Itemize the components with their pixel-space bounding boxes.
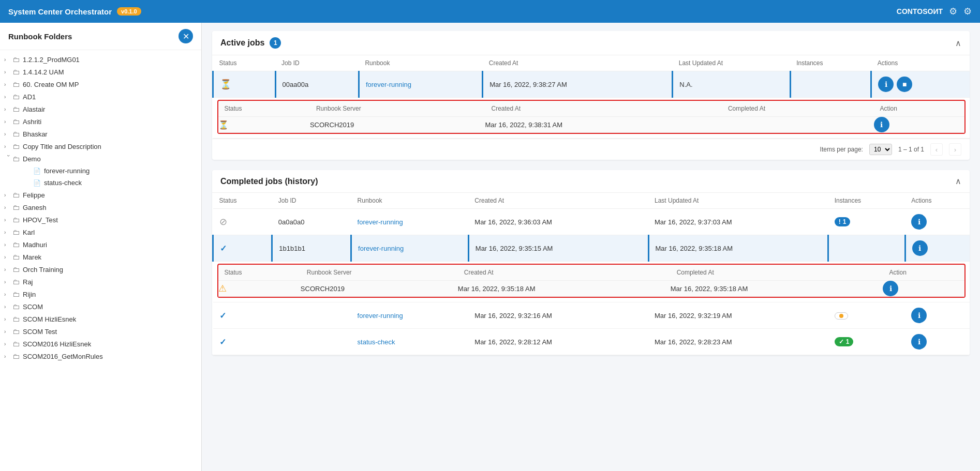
info-button[interactable]: ℹ	[911, 334, 927, 350]
sidebar-item-scom[interactable]: › 🗀 SCOM	[0, 300, 201, 313]
inner-table-wrapper: Status Runbook Server Created At Complet…	[217, 100, 966, 134]
sidebar-item-ad1[interactable]: › 🗀 AD1	[0, 90, 201, 103]
info-button[interactable]: ℹ	[911, 308, 927, 323]
pagination-next-button[interactable]: ›	[949, 143, 961, 156]
sidebar-item-createommp[interactable]: › 🗀 60. Create OM MP	[0, 78, 201, 90]
folder-icon: 🗀	[12, 315, 20, 323]
sidebar-item-status-check[interactable]: › 📄 status-check	[0, 177, 201, 189]
runbook-cell: forever-running	[359, 71, 482, 98]
sidebar-item-label: Alastair	[23, 105, 45, 113]
sidebar-item-rijin[interactable]: › 🗀 Rijin	[0, 288, 201, 300]
completed-jobs-title: Completed jobs (history)	[220, 177, 318, 186]
info-button[interactable]: ℹ	[912, 240, 928, 256]
active-jobs-header-row: Status Job ID Runbook Created At Last Up…	[213, 55, 970, 71]
completed-jobs-collapse-button[interactable]: ∧	[955, 176, 961, 186]
folder-icon: 🗀	[12, 55, 20, 64]
sidebar-item-uam[interactable]: › 🗀 1.4.14.2 UAM	[0, 66, 201, 78]
col-actions: Actions	[871, 55, 970, 71]
folder-icon: 🗀	[12, 290, 20, 298]
instances-cell	[828, 302, 905, 329]
sidebar-item-label: Felippe	[23, 191, 45, 199]
info-button[interactable]: ℹ	[911, 214, 927, 230]
settings-icon[interactable]: ⚙	[949, 6, 957, 17]
active-jobs-table: Status Job ID Runbook Created At Last Up…	[212, 55, 970, 139]
actions-cell: ℹ ■	[871, 71, 970, 98]
actions-cell: ℹ	[905, 235, 970, 262]
inner-thead: Status Runbook Server Created At Complet…	[218, 265, 965, 281]
sidebar-item-raj[interactable]: › 🗀 Raj	[0, 276, 201, 288]
active-jobs-tbody: ⏳ 00aa00a forever-running Mar 16, 2022, …	[213, 71, 970, 139]
hourglass-icon: ⏳	[220, 79, 231, 89]
runbook-link[interactable]: status-check	[358, 338, 395, 346]
sidebar-item-madhuri[interactable]: › 🗀 Madhuri	[0, 238, 201, 251]
active-jobs-collapse-button[interactable]: ∧	[955, 38, 961, 48]
app-title: System Center Orchestrator	[8, 7, 112, 16]
inner-col-created-at: Created At	[485, 101, 721, 117]
pagination-prev-button[interactable]: ‹	[930, 143, 943, 156]
table-row: ⊘ 0a0a0a0 forever-running Mar 16, 2022, …	[213, 209, 970, 235]
sidebar-item-label: Copy Title and Description	[23, 143, 101, 150]
last-updated-cell: N.A.	[673, 71, 790, 98]
inner-info-button[interactable]: ℹ	[883, 281, 898, 296]
inner-section-cell: Status Runbook Server Created At Complet…	[213, 262, 970, 302]
runbook-link[interactable]: forever-running	[358, 218, 403, 226]
runbook-link[interactable]: forever-running	[358, 312, 403, 320]
sidebar-item-marek[interactable]: › 🗀 Marek	[0, 251, 201, 263]
sidebar-item-alastair[interactable]: › 🗀 Alastair	[0, 103, 201, 115]
sidebar-item-orchtraining[interactable]: › 🗀 Orch Training	[0, 263, 201, 276]
info-button[interactable]: ℹ	[878, 77, 894, 92]
sidebar-item-prodmg01[interactable]: › 🗀 1.2.1.2_ProdMG01	[0, 53, 201, 66]
runbook-cell: forever-running	[351, 235, 469, 262]
inner-col-completed-at: Completed At	[722, 101, 874, 117]
sidebar-item-demo[interactable]: › 🗀 Demo	[0, 153, 201, 165]
table-row: ✓ status-check Mar 16, 2022, 9:28:12 AM …	[213, 329, 970, 355]
sidebar-close-button[interactable]: ✕	[179, 29, 193, 43]
active-jobs-card: Active jobs 1 ∧ Status Job ID Runbook Cr…	[212, 31, 970, 160]
status-cell: ✓	[213, 235, 272, 262]
sidebar-item-label: Ganesh	[23, 204, 47, 211]
inner-col-action: Action	[883, 265, 964, 281]
arrow-icon: ›	[4, 217, 12, 223]
sidebar-item-label: Bhaskar	[23, 130, 48, 138]
sidebar-item-scomhizli[interactable]: › 🗀 SCOM HizliEsnek	[0, 313, 201, 325]
created-at-cell: Mar 16, 2022, 9:32:16 AM	[468, 302, 648, 329]
runbook-link[interactable]: forever-running	[358, 245, 404, 252]
sidebar-header: Runbook Folders ✕	[0, 23, 201, 50]
user-icon[interactable]: ⚙	[963, 6, 972, 17]
sidebar-item-ashriti[interactable]: › 🗀 Ashriti	[0, 115, 201, 128]
folder-icon: 🗀	[12, 340, 20, 348]
active-jobs-thead: Status Job ID Runbook Created At Last Up…	[213, 55, 970, 71]
folder-icon: 🗀	[12, 278, 20, 286]
sidebar-item-ganesh[interactable]: › 🗀 Ganesh	[0, 201, 201, 214]
table-row: ⏳ SCORCH2019 Mar 16, 2022, 9:38:31 AM ℹ	[218, 117, 965, 133]
instance-check-badge: ✓ 1	[835, 337, 854, 346]
folder-icon: 🗀	[12, 302, 20, 311]
arrow-icon: ›	[4, 304, 12, 310]
sidebar-item-scom2016getmon[interactable]: › 🗀 SCOM2016_GetMonRules	[0, 350, 201, 362]
inner-col-created-at: Created At	[458, 265, 671, 281]
sidebar-item-felippe[interactable]: › 🗀 Felippe	[0, 189, 201, 201]
col-status: Status	[213, 193, 272, 209]
sidebar-item-scom2016hizli[interactable]: › 🗀 SCOM2016 HizliEsnek	[0, 338, 201, 350]
completed-jobs-tbody: ⊘ 0a0a0a0 forever-running Mar 16, 2022, …	[213, 209, 970, 355]
inner-header-row: Status Runbook Server Created At Complet…	[218, 265, 965, 281]
runbook-link[interactable]: forever-running	[366, 81, 411, 88]
sidebar-item-label: AD1	[23, 93, 36, 101]
col-runbook: Runbook	[359, 55, 482, 71]
inner-info-button[interactable]: ℹ	[874, 117, 889, 132]
col-last-updated-at: Last Updated At	[673, 55, 790, 71]
sidebar-item-label: Rijin	[23, 291, 36, 298]
sidebar-item-copytitle[interactable]: › 🗀 Copy Title and Description	[0, 140, 201, 153]
sidebar-item-bhaskar[interactable]: › 🗀 Bhaskar	[0, 128, 201, 140]
sidebar-item-scomtest[interactable]: › 🗀 SCOM Test	[0, 325, 201, 338]
arrow-icon: ›	[4, 94, 12, 100]
sidebar-item-hpov[interactable]: › 🗀 HPOV_Test	[0, 214, 201, 226]
completed-jobs-table: Status Job ID Runbook Created At Last Up…	[212, 193, 970, 355]
sidebar-item-karl[interactable]: › 🗀 Karl	[0, 226, 201, 238]
sidebar-item-forever-running[interactable]: › 📄 forever-running	[0, 165, 201, 177]
inner-section-row: Status Runbook Server Created At Complet…	[213, 98, 970, 139]
table-row: ✓ forever-running Mar 16, 2022, 9:32:16 …	[213, 302, 970, 329]
inner-section-cell: Status Runbook Server Created At Complet…	[213, 98, 970, 139]
stop-button[interactable]: ■	[897, 77, 912, 92]
items-per-page-select[interactable]: 10 25 50	[869, 144, 892, 155]
